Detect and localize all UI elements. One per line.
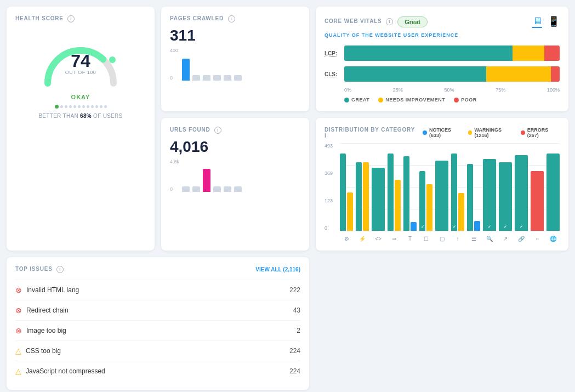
icon-search: 🔍 bbox=[483, 236, 496, 242]
pages-crawled-card: PAGES CRAWLED i 311 400 0 bbox=[161, 7, 309, 111]
dist-header: DISTRIBUTION BY CATEGORY i NOTICES (633)… bbox=[324, 127, 560, 139]
lcp-green bbox=[344, 46, 513, 61]
dist-chart: 493 369 123 0 bbox=[324, 143, 560, 242]
dist-bar-blue bbox=[411, 222, 417, 231]
issue-count: 222 bbox=[289, 286, 300, 294]
issue-count: 43 bbox=[293, 306, 300, 314]
issue-row-js-compressed[interactable]: △ JavaScript not compressed 224 bbox=[15, 361, 300, 381]
desktop-icon[interactable]: 🖥 bbox=[532, 15, 542, 28]
dist-bar-green bbox=[435, 161, 448, 231]
issues-info[interactable]: i bbox=[56, 266, 64, 273]
lcp-label: LCP: bbox=[324, 50, 344, 56]
bar bbox=[182, 59, 190, 81]
dist-bar-green: ✓ bbox=[515, 155, 528, 231]
issues-header: TOP ISSUES i VIEW ALL (2,116) bbox=[15, 266, 300, 273]
health-score-info[interactable]: i bbox=[67, 15, 75, 22]
icon-external: ↗ bbox=[499, 236, 512, 242]
urls-found-info[interactable]: i bbox=[214, 127, 221, 134]
dot bbox=[73, 105, 76, 108]
dot bbox=[60, 105, 63, 108]
icon-redirect: ⇒ bbox=[388, 236, 401, 242]
dist-bar-blue bbox=[474, 221, 480, 231]
dist-bar-green: ✓ bbox=[419, 171, 425, 231]
better-than-text: BETTER THAN 68% OF USERS bbox=[38, 113, 122, 119]
cls-red bbox=[551, 66, 560, 82]
icon-image: ☐ bbox=[419, 236, 432, 242]
legend-errors: ERRORS (267) bbox=[521, 127, 560, 138]
bar bbox=[224, 186, 231, 192]
health-score-center: 74 OUT OF 100 OKAY BETTER THA bbox=[15, 27, 146, 119]
issue-count: 224 bbox=[289, 347, 300, 355]
lcp-row: LCP: bbox=[324, 46, 560, 61]
bar bbox=[192, 186, 200, 192]
bar bbox=[182, 186, 190, 192]
dot bbox=[104, 105, 107, 108]
dist-bar-green bbox=[403, 156, 409, 231]
issue-left: △ CSS too big bbox=[15, 346, 61, 355]
pages-crawled-axis-bottom: 0 bbox=[170, 75, 173, 81]
dist-col bbox=[546, 143, 560, 231]
gauge-number: 74 bbox=[65, 52, 96, 70]
dot bbox=[82, 105, 85, 108]
cwv-card: CORE WEB VITALS i Great 🖥 📱 QUALITY OF T… bbox=[316, 7, 568, 111]
top-issues-card: TOP ISSUES i VIEW ALL (2,116) ⊗ Invalid … bbox=[7, 257, 309, 390]
icon-globe: 🌐 bbox=[546, 236, 560, 242]
gauge-text: 74 OUT OF 100 bbox=[65, 52, 96, 75]
better-than-pct: 68% bbox=[80, 113, 92, 119]
dot bbox=[91, 105, 94, 108]
issue-label: JavaScript not compressed bbox=[26, 367, 105, 375]
dist-col bbox=[356, 143, 369, 231]
icon-circle: ○ bbox=[531, 236, 544, 242]
mobile-icon[interactable]: 📱 bbox=[548, 15, 560, 28]
dist-col bbox=[435, 143, 448, 231]
error-icon: ⊗ bbox=[15, 326, 22, 335]
dist-col bbox=[403, 143, 417, 231]
errors-dot bbox=[521, 130, 525, 135]
dist-bar-yellow bbox=[458, 193, 464, 231]
dist-title: DISTRIBUTION BY CATEGORY i bbox=[324, 127, 415, 139]
dot bbox=[95, 105, 98, 108]
legend-great: GREAT bbox=[344, 97, 369, 103]
cwv-subtitle: QUALITY OF THE WEBSITE USER EXPERIENCE bbox=[324, 32, 560, 38]
dot bbox=[100, 105, 103, 108]
icon-gear: ⚙ bbox=[340, 236, 353, 242]
warn-icon: △ bbox=[15, 367, 21, 376]
gauge: 74 OUT OF 100 bbox=[37, 31, 124, 92]
dot-row bbox=[55, 105, 107, 109]
legend-needs-improvement: NEEDS IMPROVEMENT bbox=[378, 97, 445, 103]
pages-crawled-info[interactable]: i bbox=[228, 15, 235, 22]
legend-warnings: WARNINGS (1216) bbox=[468, 127, 515, 138]
issue-left: ⊗ Invalid HTML lang bbox=[15, 286, 79, 294]
device-icons: 🖥 📱 bbox=[532, 15, 560, 28]
cls-label: CLS: bbox=[324, 71, 344, 77]
cls-green bbox=[344, 66, 486, 82]
gauge-sub: OUT OF 100 bbox=[65, 70, 96, 75]
issue-left: △ JavaScript not compressed bbox=[15, 367, 105, 376]
legend-poor: POOR bbox=[454, 97, 477, 103]
icon-text: T bbox=[403, 236, 417, 242]
issue-row-css-big[interactable]: △ CSS too big 224 bbox=[15, 340, 300, 361]
dist-info[interactable]: i bbox=[324, 133, 327, 139]
lcp-bar bbox=[344, 46, 560, 61]
dist-bar-green bbox=[546, 154, 560, 231]
dist-icons: ⚙ ⚡ <> ⇒ T ☐ ▢ ↑ ☰ 🔍 ↗ 🔗 ○ 🌐 bbox=[340, 236, 560, 242]
dist-bar-green bbox=[467, 164, 473, 231]
cwv-info[interactable]: i bbox=[386, 18, 393, 25]
y-labels: 493 369 123 0 bbox=[324, 143, 333, 231]
icon-upload: ↑ bbox=[451, 236, 464, 242]
dot bbox=[87, 105, 89, 108]
lcp-yellow bbox=[513, 46, 545, 61]
view-all-link[interactable]: VIEW ALL (2,116) bbox=[255, 266, 300, 272]
cls-bar bbox=[344, 66, 560, 82]
bar bbox=[192, 75, 200, 81]
issue-row-invalid-html[interactable]: ⊗ Invalid HTML lang 222 bbox=[15, 280, 300, 300]
issue-row-image-big[interactable]: ⊗ Image too big 2 bbox=[15, 320, 300, 340]
urls-found-chart: 4.8k 0 bbox=[170, 159, 300, 192]
cwv-title-group: CORE WEB VITALS i Great bbox=[324, 16, 428, 27]
issue-row-redirect-chain[interactable]: ⊗ Redirect chain 43 bbox=[15, 300, 300, 320]
dist-col bbox=[388, 143, 401, 231]
bar bbox=[213, 75, 221, 81]
dist-legend: NOTICES (633) WARNINGS (1216) ERRORS (26… bbox=[423, 127, 560, 138]
pages-crawled-bars bbox=[182, 53, 242, 81]
y-label-369: 369 bbox=[324, 171, 333, 176]
